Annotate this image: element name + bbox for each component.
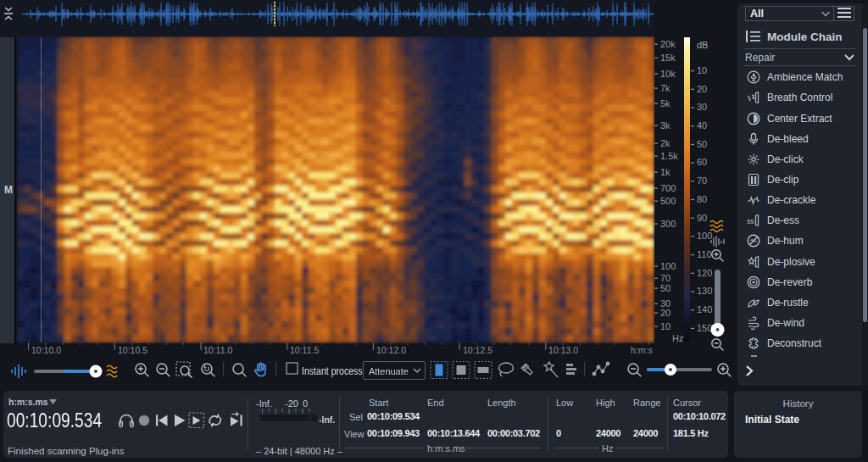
svg-text:ss: ss (747, 217, 754, 225)
